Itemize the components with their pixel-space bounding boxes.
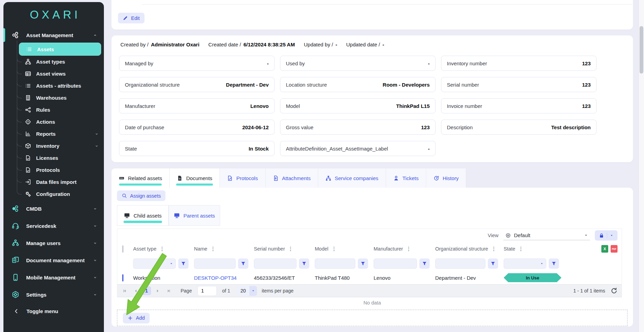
sidebar-item-licenses[interactable]: Licenses [17,152,104,164]
field-managed-by: Managed by- [119,56,275,71]
view-select[interactable]: Default [503,231,590,240]
filter-input-serial-number[interactable] [254,258,297,269]
sidebar-item-assets-attributes[interactable]: Assets - attributes [17,80,104,92]
column-menu-icon[interactable]: ⋮ [518,246,524,252]
filter-input[interactable] [194,259,235,268]
funnel-icon [551,261,556,266]
subtab-parent-assets[interactable]: Parent assets [169,205,220,226]
column-menu-icon[interactable]: ⋮ [332,246,337,252]
last-page-button[interactable] [164,286,173,295]
filter-button-state[interactable] [549,258,559,269]
keyboard-icon [119,175,125,181]
filter-button-organizational-structure[interactable] [488,258,498,269]
funnel-icon [302,261,307,266]
column-menu-icon[interactable]: ⋮ [160,246,165,252]
column-header-manufacturer[interactable]: Manufacturer⋮ [374,246,435,252]
filter-input-state[interactable] [504,258,546,269]
sidebar-item-asset-views[interactable]: Asset views [17,68,104,80]
first-page-button[interactable] [120,286,129,295]
lock-view-button[interactable] [595,230,618,241]
subtab-child-assets[interactable]: Child assets [117,205,169,226]
column-menu-icon[interactable]: ⋮ [288,246,293,252]
filter-button-serial-number[interactable] [299,258,309,269]
filter-button-manufacturer[interactable] [419,258,430,269]
sidebar-item-mobile-management[interactable]: Mobile Management [3,269,104,286]
inventory-icon [25,143,31,149]
sidebar-item-assets[interactable]: Assets [19,43,101,56]
scrollbar-track[interactable] [638,0,644,332]
column-header-state[interactable]: State⋮ [504,246,565,252]
toggle-menu-button[interactable]: Toggle menu [3,303,104,319]
sidebar-item-inventory[interactable]: Inventory [17,140,104,152]
column-header-name[interactable]: Name⋮ [194,246,254,252]
current-page-button[interactable]: 1 [142,286,151,295]
assets-attributes-icon [25,83,31,89]
tab-tickets[interactable]: Tickets [386,168,426,188]
chevron-down-icon [93,293,97,297]
sidebar-item-manage-users[interactable]: Manage users [3,234,104,252]
sidebar-item-reports[interactable]: Reports [17,128,104,140]
pdf-export-icon[interactable]: PDF [611,245,618,253]
sidebar-item-asset-management[interactable]: Asset Management [3,27,104,43]
column-menu-icon[interactable]: ⋮ [211,246,216,252]
tab-bar: Related assets Documents Protocols Attac… [111,168,633,188]
sidebar-item-data-files-import[interactable]: Data files import [17,176,104,188]
assets-icon [26,46,32,52]
filter-input-name[interactable] [194,258,236,269]
column-menu-icon[interactable]: ⋮ [491,246,496,252]
filter-cell-state [504,258,565,269]
tab-attachments[interactable]: Attachments [266,168,318,188]
tab-service-companies[interactable]: Service companies [318,168,386,188]
excel-export-icon[interactable]: X [601,245,608,253]
column-menu-icon[interactable]: ⋮ [406,246,411,252]
filter-input[interactable] [315,259,355,268]
refresh-icon[interactable] [611,287,618,294]
items-per-page-select[interactable]: 20 [237,286,257,296]
filter-button-name[interactable] [238,258,248,269]
column-header-asset-type[interactable]: Asset type⋮ [133,246,194,252]
funnel-icon [241,261,246,266]
add-button[interactable]: Add [123,313,150,323]
sidebar-item-actions[interactable]: Actions [17,116,104,128]
filter-input[interactable] [374,259,417,268]
attachment-icon [273,175,279,181]
sidebar-item-rules[interactable]: Rules [17,104,104,116]
sidebar-item-settings[interactable]: Settings [3,286,104,303]
funnel-icon [361,261,365,266]
tab-history[interactable]: History [426,168,466,188]
sidebar-item-asset-types[interactable]: Asset types [17,56,104,68]
filter-input[interactable] [504,259,546,268]
asset-name-link[interactable]: DESKTOP-OPT34 [194,275,237,281]
sidebar-item-warehouses[interactable]: Warehouses [17,92,104,104]
tab-related-assets[interactable]: Related assets [111,168,170,188]
previous-page-button[interactable] [131,286,140,295]
filter-input-model[interactable] [315,258,355,269]
scrollbar-thumb[interactable] [640,26,643,74]
tab-protocols[interactable]: Protocols [220,168,266,188]
tab-documents[interactable]: Documents [170,168,220,188]
filter-input[interactable] [133,259,175,268]
filter-input[interactable] [254,259,296,268]
filter-input-manufacturer[interactable] [374,258,417,269]
sidebar-item-cmdb[interactable]: CMDB [3,200,104,217]
sidebar-item-servicedesk[interactable]: Servicedesk [3,217,104,234]
next-page-button[interactable] [153,286,162,295]
edit-button[interactable]: Edit [118,13,144,23]
assign-assets-button[interactable]: Assign assets [117,190,165,201]
row-checkbox[interactable] [122,274,124,281]
filter-button-asset-type[interactable] [178,258,189,269]
column-header-model[interactable]: Model⋮ [315,246,374,252]
monitor-icon [174,212,180,219]
select-all-checkbox[interactable] [122,245,124,253]
filter-input-organizational-structure[interactable] [435,258,485,269]
sidebar-item-protocols[interactable]: Protocols [17,164,104,176]
filter-input[interactable] [436,259,485,268]
page-number-input[interactable] [197,286,217,296]
data-files-import-icon [25,179,31,185]
filter-button-model[interactable] [358,258,368,269]
column-header-serial-number[interactable]: Serial number⋮ [254,246,315,252]
filter-input-asset-type[interactable] [133,258,176,269]
sidebar-item-document-management[interactable]: Document management [3,252,104,269]
sidebar-item-configuration[interactable]: Configuration [17,188,104,200]
column-header-organizational-structure[interactable]: Organizational structure⋮ [435,246,504,252]
